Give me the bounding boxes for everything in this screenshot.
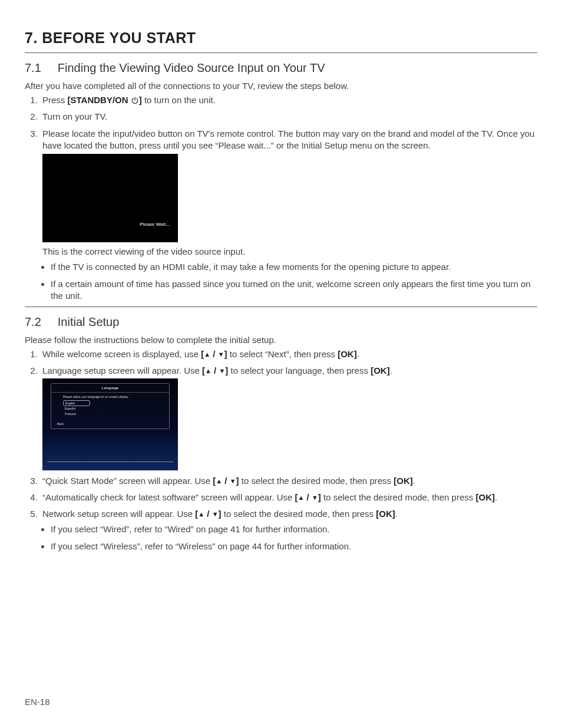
section-name: Finding the Viewing Video Source Input o…: [58, 61, 325, 74]
section-7-1-title: 7.1Finding the Viewing Video Source Inpu…: [25, 61, 537, 75]
list-item: While welcome screen is displayed, use […: [40, 348, 537, 360]
chapter-title: 7. BEFORE YOU START: [25, 29, 537, 47]
section-71-steps: Press [STANDBY/ON ] to turn on the unit.…: [25, 94, 537, 302]
list-item: If you select “Wired”, refer to “Wired” …: [51, 523, 537, 535]
dialog-body: Please select your language for on-scree…: [51, 393, 169, 420]
section-number: 7.1: [25, 61, 41, 75]
dialog-underline: [47, 462, 173, 462]
up-triangle-icon: ▲: [205, 368, 211, 374]
up-triangle-icon: ▲: [216, 478, 222, 485]
section-7-2-title: 7.2Initial Setup: [25, 315, 537, 329]
section-number: 7.2: [25, 315, 41, 329]
up-triangle-icon: ▲: [298, 495, 305, 501]
page-number: EN-18: [25, 697, 50, 707]
list-item: Language setup screen will appear. Use […: [40, 365, 537, 470]
language-dialog: Language Please select your language for…: [51, 383, 170, 429]
section-name: Initial Setup: [58, 315, 120, 328]
down-triangle-icon: ▼: [219, 368, 225, 374]
up-triangle-icon: ▲: [204, 351, 210, 358]
down-triangle-icon: ▼: [218, 351, 224, 358]
up-triangle-icon: ▲: [198, 511, 204, 518]
down-triangle-icon: ▼: [312, 495, 318, 501]
chapter-number: 7.: [25, 29, 38, 46]
divider: [25, 307, 537, 307]
dialog-title: Language: [51, 384, 169, 393]
section-72-steps: While welcome screen is displayed, use […: [25, 348, 537, 552]
list-item: If a certain amount of time has passed s…: [51, 278, 537, 302]
section-72-lead: Please follow the instructions below to …: [25, 335, 537, 345]
list-item: “Quick Start Mode” screen will appear. U…: [40, 475, 537, 487]
list-item: If the TV is connected by an HDMI cable,…: [51, 261, 537, 273]
section-71-lead: After you have completed all of the conn…: [25, 81, 537, 91]
down-triangle-icon: ▼: [230, 478, 236, 485]
list-item: If you select “Wireless”, refer to “Wire…: [51, 541, 537, 552]
tv-screenshot-language: Language Please select your language for…: [42, 378, 178, 470]
list-item: “Automatically check for latest software…: [40, 492, 537, 503]
power-icon: [131, 96, 139, 104]
chapter-name: BEFORE YOU START: [42, 29, 196, 46]
list-item: Turn on your TV.: [40, 111, 537, 123]
dialog-prompt: Please select your language for on-scree…: [63, 395, 157, 398]
tv-wait-message: Please Wait...: [140, 222, 170, 228]
tv-screenshot-please-wait: Please Wait...: [42, 154, 178, 242]
network-sub-bullets: If you select “Wired”, refer to “Wired” …: [42, 523, 537, 552]
list-item: Network setup screen will appear. Use [▲…: [40, 508, 537, 552]
list-item: Please locate the input/video button on …: [40, 128, 537, 302]
dialog-back: Back: [57, 422, 64, 426]
tv-caption: This is the correct viewing of the video…: [42, 246, 537, 258]
list-item: Press [STANDBY/ON ] to turn on the unit.: [40, 94, 537, 106]
dialog-option-espanol: Español: [63, 406, 157, 411]
down-triangle-icon: ▼: [212, 511, 219, 518]
dialog-option-francais: Français: [63, 411, 157, 417]
dialog-option-english: English: [63, 400, 90, 407]
section-71-notes: If the TV is connected by an HDMI cable,…: [42, 261, 537, 302]
divider: [25, 52, 537, 53]
